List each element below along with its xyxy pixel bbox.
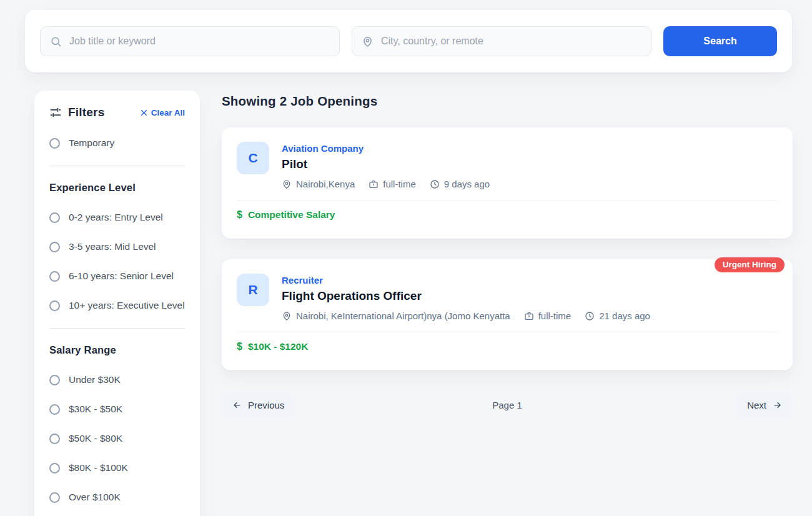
radio-entry-level[interactable] <box>49 212 60 223</box>
job-meta-row: Nairobi, KeInternational Airport)nya (Jo… <box>282 310 650 321</box>
job-posted: 9 days ago <box>430 179 490 189</box>
urgent-hiring-badge: Urgent Hiring <box>715 257 785 272</box>
arrow-left-icon <box>232 400 242 410</box>
company-name-link[interactable]: Recruiter <box>282 275 650 285</box>
job-type: full-time <box>369 179 416 189</box>
clock-icon <box>430 179 440 189</box>
location-field-wrapper[interactable] <box>352 26 651 56</box>
job-title[interactable]: Pilot <box>282 157 490 171</box>
sidebar-divider <box>49 166 185 166</box>
previous-button[interactable]: Previous <box>222 394 295 417</box>
radio-temporary[interactable] <box>49 138 60 149</box>
filter-option-temporary[interactable]: Temporary <box>49 137 185 149</box>
dollar-icon: $ <box>237 209 242 221</box>
map-pin-icon <box>282 311 292 321</box>
filters-panel: Filters Clear All Temporary Experience L… <box>34 91 200 516</box>
job-posted: 21 days ago <box>585 310 650 321</box>
next-button[interactable]: Next <box>736 394 793 417</box>
job-salary: $ Competitive Salary <box>237 209 778 221</box>
sidebar-divider <box>49 328 185 329</box>
filters-header: Filters Clear All <box>49 106 185 119</box>
radio-50k-80k[interactable] <box>49 434 60 444</box>
sliders-icon <box>49 106 62 119</box>
search-button[interactable]: Search <box>663 26 777 56</box>
filter-option-under-30k[interactable]: Under $30K <box>49 374 185 385</box>
job-salary: $ $10K - $120K <box>237 341 778 352</box>
filter-option-mid-level[interactable]: 3-5 years: Mid Level <box>49 241 185 252</box>
filters-title: Filters <box>68 106 104 119</box>
clock-icon <box>585 311 595 321</box>
salary-range-heading: Salary Range <box>49 344 185 356</box>
radio-over-100k[interactable] <box>49 492 60 503</box>
close-icon <box>140 109 148 117</box>
briefcase-icon <box>369 179 379 189</box>
job-card-pilot[interactable]: C Aviation Company Pilot Nairobi,Kenya f… <box>222 127 793 239</box>
filter-option-50k-80k[interactable]: $50K - $80K <box>49 433 185 444</box>
filter-option-executive-level[interactable]: 10+ years: Executive Level <box>49 300 185 311</box>
pagination: Previous Page 1 Next <box>222 394 793 417</box>
radio-80k-100k[interactable] <box>49 463 60 474</box>
card-divider <box>237 200 778 201</box>
radio-executive-level[interactable] <box>49 300 60 311</box>
job-card-flight-operations-officer[interactable]: Urgent Hiring R Recruiter Flight Operati… <box>222 259 793 370</box>
clear-all-button[interactable]: Clear All <box>140 108 185 117</box>
keyword-input[interactable] <box>69 36 330 47</box>
map-pin-icon <box>362 36 374 47</box>
card-divider <box>237 332 778 332</box>
briefcase-icon <box>524 311 534 321</box>
company-avatar: R <box>237 274 269 306</box>
page-indicator: Page 1 <box>222 400 793 410</box>
filter-option-entry-level[interactable]: 0-2 years: Entry Level <box>49 212 185 223</box>
filter-option-over-100k[interactable]: Over $100K <box>49 492 185 503</box>
job-location: Nairobi, KeInternational Airport)nya (Jo… <box>282 310 510 321</box>
experience-level-heading: Experience Level <box>49 182 185 194</box>
job-type: full-time <box>524 310 572 321</box>
company-name-link[interactable]: Aviation Company <box>282 143 490 154</box>
search-icon <box>50 36 62 47</box>
job-location: Nairobi,Kenya <box>282 179 355 189</box>
radio-mid-level[interactable] <box>49 242 60 252</box>
company-avatar: C <box>237 142 269 174</box>
filter-option-30k-50k[interactable]: $30K - $50K <box>49 404 185 415</box>
job-title[interactable]: Flight Operations Officer <box>282 289 650 303</box>
radio-senior-level[interactable] <box>49 271 60 282</box>
results-heading: Showing 2 Job Openings <box>222 94 377 109</box>
location-input[interactable] <box>381 36 641 47</box>
arrow-right-icon <box>773 400 782 410</box>
map-pin-icon <box>282 179 292 189</box>
job-meta-row: Nairobi,Kenya full-time 9 days ago <box>282 179 490 189</box>
keyword-field-wrapper[interactable] <box>40 26 340 56</box>
filter-option-senior-level[interactable]: 6-10 years: Senior Level <box>49 270 185 282</box>
search-bar: Search <box>25 10 792 72</box>
radio-30k-50k[interactable] <box>49 404 60 415</box>
clear-all-label: Clear All <box>151 108 185 117</box>
dollar-icon: $ <box>237 341 242 352</box>
radio-under-30k[interactable] <box>49 375 60 385</box>
filter-option-80k-100k[interactable]: $80K - $100K <box>49 462 185 474</box>
